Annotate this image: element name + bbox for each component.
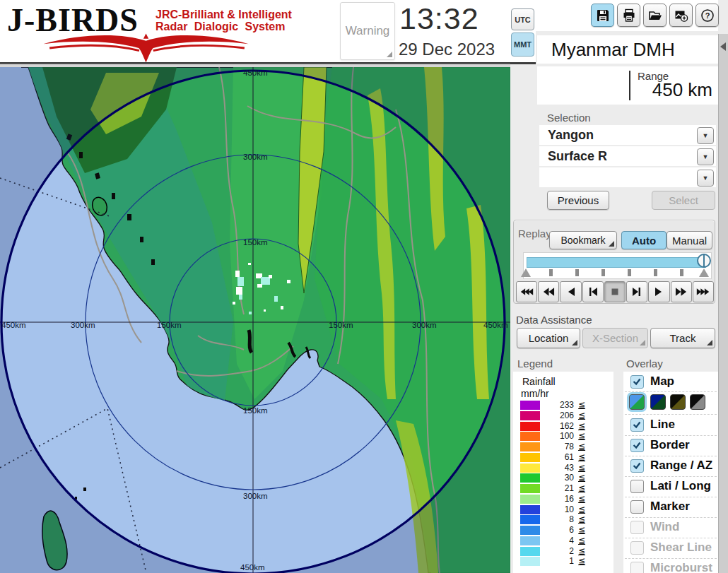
product-dropdown[interactable]: Surface R ▼ xyxy=(539,146,716,166)
overlay-item-marker[interactable]: Marker xyxy=(623,497,718,518)
step-forward-button[interactable] xyxy=(626,281,647,302)
legend-swatch xyxy=(520,432,540,441)
reverse-play-button[interactable] xyxy=(560,281,581,302)
replay-slider-thumb[interactable] xyxy=(697,254,711,268)
select-button[interactable]: Select xyxy=(652,191,715,210)
legend-swatch xyxy=(520,526,540,535)
track-label: Track xyxy=(670,332,696,344)
replay-slider-track[interactable] xyxy=(527,257,706,268)
checkbox-checked[interactable] xyxy=(630,375,644,389)
corner-fold-icon xyxy=(640,340,645,345)
legend-label: Legend xyxy=(517,358,553,370)
fast-forward-button[interactable] xyxy=(671,281,692,302)
checkbox-disabled xyxy=(630,541,644,555)
dropdown-arrow-button[interactable]: ▼ xyxy=(697,170,714,187)
legend-swatch xyxy=(520,473,540,483)
legend-operator: ≦ xyxy=(578,473,585,483)
play-button[interactable] xyxy=(648,281,669,302)
replay-slider[interactable] xyxy=(523,252,712,279)
legend-operator: ≦ xyxy=(578,401,585,410)
step-back-button[interactable] xyxy=(582,281,604,302)
swatch-upper-triangle xyxy=(671,395,685,409)
slider-tick xyxy=(549,269,553,276)
dropdown-arrow-button[interactable]: ▼ xyxy=(697,148,714,165)
open-file-button[interactable] xyxy=(643,4,667,27)
bookmark-label: Bookmark xyxy=(560,235,605,246)
station-dropdown[interactable]: Yangon ▼ xyxy=(539,125,716,145)
dropdown-arrow-button[interactable]: ▼ xyxy=(697,127,714,144)
warning-button[interactable]: Warning xyxy=(340,2,395,60)
legend-value: 233 xyxy=(544,401,574,410)
print-button[interactable] xyxy=(617,4,640,27)
rewind-button[interactable] xyxy=(538,281,559,302)
legend-swatch xyxy=(520,401,540,410)
radar-map[interactable]: 450km 300km 150km 150km 300km 450km 450k… xyxy=(0,67,510,573)
utc-button[interactable]: UTC xyxy=(511,8,534,30)
slider-tick xyxy=(601,269,605,276)
map-style-swatch-blue-green[interactable] xyxy=(629,394,645,410)
previous-button[interactable]: Previous xyxy=(547,191,609,210)
map-style-swatch-navy-darkgreen[interactable] xyxy=(650,394,666,410)
step-forward-icon xyxy=(632,287,642,297)
capture-button[interactable] xyxy=(669,4,693,27)
toolbar: ? xyxy=(591,4,719,27)
map-style-swatch-black-olive[interactable] xyxy=(670,394,686,410)
map-style-swatch-black-gray[interactable] xyxy=(690,394,705,410)
legend-value: 10 xyxy=(544,505,574,514)
slider-tick xyxy=(575,269,579,276)
track-button[interactable]: Track xyxy=(650,328,715,348)
legend-panel: Rainfall mm/hr 233 ≦ 206 ≦ 162 ≦ 100 ≦ 7… xyxy=(513,372,613,573)
save-button[interactable] xyxy=(591,4,614,27)
checkbox-unchecked[interactable] xyxy=(630,480,644,493)
legend-operator: ≦ xyxy=(578,484,585,493)
overlay-label: Overlay xyxy=(626,358,663,370)
legend-operator: ≦ xyxy=(578,495,585,504)
legend-value: 61 xyxy=(544,453,574,462)
map-style-row xyxy=(623,392,718,413)
stop-icon xyxy=(611,288,619,296)
reverse-play-icon xyxy=(567,287,575,297)
mmt-button[interactable]: MMT xyxy=(511,33,534,57)
panel-collapse-strip[interactable] xyxy=(718,34,728,573)
stop-button[interactable] xyxy=(604,281,626,302)
clock-time: 13:32 xyxy=(399,1,479,36)
slider-end-marker xyxy=(699,268,709,277)
auto-button[interactable]: Auto xyxy=(621,231,667,249)
corner-fold-icon xyxy=(387,52,392,57)
legend-value: 162 xyxy=(544,422,574,431)
checkbox-checked[interactable] xyxy=(630,418,644,432)
location-button[interactable]: Location xyxy=(517,328,580,348)
warning-label: Warning xyxy=(346,24,390,38)
legend-operator: ≦ xyxy=(578,505,585,514)
manual-button[interactable]: Manual xyxy=(667,231,712,249)
fast-rewind-button[interactable] xyxy=(516,281,537,302)
overlay-item-wind: Wind xyxy=(623,518,718,538)
slider-start-marker xyxy=(521,268,531,277)
step-back-icon xyxy=(588,287,598,297)
checkbox-unchecked[interactable] xyxy=(630,500,644,514)
legend-operator: ≦ xyxy=(578,432,585,441)
overlay-item-range-az[interactable]: Range / AZ xyxy=(623,456,718,477)
overlay-item-line[interactable]: Line xyxy=(623,415,718,436)
overlay-item-map[interactable]: Map xyxy=(623,372,718,393)
legend-operator: ≦ xyxy=(578,536,585,545)
checkbox-checked[interactable] xyxy=(630,459,644,473)
eagle-logo-icon xyxy=(6,33,288,64)
legend-swatch xyxy=(520,422,540,431)
overlay-item-label: Marker xyxy=(650,500,690,514)
help-button[interactable]: ? xyxy=(695,4,719,27)
x-section-button[interactable]: X-Section xyxy=(582,328,648,348)
option-dropdown[interactable]: ▼ xyxy=(539,167,716,187)
overlay-item-shear-line: Shear Line xyxy=(623,538,718,559)
overlay-item-label: Shear Line xyxy=(650,540,712,555)
legend-operator: ≦ xyxy=(578,515,585,524)
help-icon: ? xyxy=(700,8,715,23)
open-folder-icon xyxy=(648,8,662,23)
bookmark-button[interactable]: Bookmark xyxy=(549,231,617,249)
checkbox-checked[interactable] xyxy=(630,439,644,452)
fastest-forward-button[interactable] xyxy=(693,281,714,302)
overlay-item-lati-long[interactable]: Lati / Long xyxy=(623,477,718,497)
legend-operator: ≦ xyxy=(578,411,585,420)
legend-value: 30 xyxy=(544,473,574,483)
overlay-item-border[interactable]: Border xyxy=(623,436,718,456)
